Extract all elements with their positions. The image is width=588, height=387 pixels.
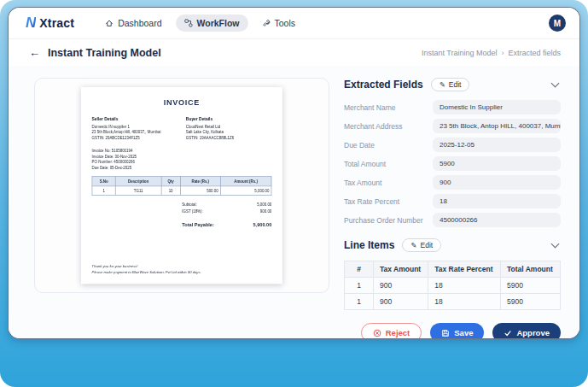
field-label: Merchant Address xyxy=(344,122,433,131)
reject-button[interactable]: Reject xyxy=(361,323,422,339)
document-preview-panel: INVOICE Seller Details Domestic IN suppl… xyxy=(34,78,329,293)
top-navigation-bar: N Xtract Dashboard WorkFlow xyxy=(9,8,579,39)
field-label: Merchant Name xyxy=(344,103,433,112)
line-item-cell: 900 xyxy=(374,294,428,310)
field-label: Due Date xyxy=(344,141,433,150)
tax-amount-field[interactable]: 900 xyxy=(433,175,561,190)
logo-text: Xtract xyxy=(39,16,74,30)
tax-value: 900.00 xyxy=(260,208,271,214)
invoice-meta-line: PO Number: 4500000266 xyxy=(92,159,272,165)
buyer-line: Salt Lake City, Kolkata xyxy=(186,129,271,135)
reject-circle-x-icon xyxy=(373,329,381,337)
approve-label: Approve xyxy=(516,328,550,337)
line-item-row: 1 900 18 5900 xyxy=(345,278,561,294)
buyer-line: GSTIN: 19AAAACC888L1Z6 xyxy=(186,135,271,141)
line-item-cell: 18 xyxy=(428,294,501,310)
page-header: ← Instant Training Model Instant Trainin… xyxy=(9,39,579,66)
invoice-document: INVOICE Seller Details Domestic IN suppl… xyxy=(81,87,282,284)
line-items-section: Line Items ✎ Edit # Tax Amount Tax xyxy=(344,238,561,310)
nav-tools[interactable]: Tools xyxy=(253,15,305,32)
line-items-table: # Tax Amount Tax Rate Percent Total Amou… xyxy=(344,261,561,310)
invoice-totals: Subtotal: 5,000.00 IGST (18%): 900.00 To… xyxy=(92,202,272,229)
merchant-address-field[interactable]: 23 5th Block, Antop HILL, 400037, Mumbai xyxy=(433,119,561,133)
breadcrumb: Instant Training Model › Extracted field… xyxy=(422,49,561,57)
invoice-meta: Invoice No: 5105800194 Invoice Date: 30-… xyxy=(92,148,272,170)
line-items-title: Line Items xyxy=(344,239,394,251)
line-items-col-header: Total Amount xyxy=(501,261,561,278)
extracted-fields-list: Merchant Name Domestic In Supplier Merch… xyxy=(344,100,561,227)
line-item-cell: 1 xyxy=(345,278,374,294)
edit-line-items-label: Edit xyxy=(420,241,433,249)
tax-rate-percent-field[interactable]: 18 xyxy=(433,194,561,208)
line-item-cell: 5900 xyxy=(501,294,561,310)
subtotal-value: 5,000.00 xyxy=(257,202,271,208)
line-items-header: Line Items ✎ Edit xyxy=(344,238,561,252)
invoice-cell: 5,000.00 xyxy=(220,186,271,196)
reject-label: Reject xyxy=(386,328,410,337)
action-buttons: Reject Save Approve xyxy=(344,323,561,339)
back-button[interactable]: ← xyxy=(29,47,40,58)
seller-heading: Seller Details xyxy=(92,115,178,121)
invoice-table-row: 1 TG11 10 500.00 5,000.00 xyxy=(92,186,271,196)
purchase-order-number-field[interactable]: 4500000266 xyxy=(433,213,561,227)
seller-line: 23 5th Block,Antop Hill, 400037,, Mumbai xyxy=(92,129,178,135)
dashboard-icon xyxy=(105,19,114,27)
app-logo: N Xtract xyxy=(26,15,74,32)
nav-dashboard[interactable]: Dashboard xyxy=(96,15,170,32)
total-payable-value: 5,900.00 xyxy=(253,221,272,228)
breadcrumb-parent[interactable]: Instant Training Model xyxy=(422,49,498,57)
breadcrumb-current: Extracted fields xyxy=(508,49,561,57)
edit-line-items-button[interactable]: ✎ Edit xyxy=(402,238,441,252)
invoice-col-header: Description xyxy=(115,177,161,186)
main-nav: Dashboard WorkFlow Tools xyxy=(96,15,304,32)
logo-icon: N xyxy=(26,15,36,32)
invoice-cell: 1 xyxy=(92,186,115,196)
invoice-total-payable: Total Payable: 5,900.00 xyxy=(182,221,271,228)
main-content: INVOICE Seller Details Domestic IN suppl… xyxy=(9,66,579,339)
save-label: Save xyxy=(454,328,473,337)
page-title: Instant Training Model xyxy=(48,47,161,59)
user-avatar[interactable]: M xyxy=(549,15,566,32)
invoice-footer-line: Please make payment to BlueWave Solution… xyxy=(92,270,272,276)
extracted-fields-panel: Extracted Fields ✎ Edit Merchant Name Do… xyxy=(344,78,561,339)
invoice-cell: TG11 xyxy=(115,186,161,196)
field-row: Purchase Order Number 4500000266 xyxy=(344,213,561,227)
invoice-col-header: Rate (Rs.) xyxy=(180,177,220,186)
invoice-title: INVOICE xyxy=(92,97,272,108)
field-label: Tax Rate Percent xyxy=(344,197,433,206)
invoice-parties: Seller Details Domestic IN supplier 1 23… xyxy=(92,115,272,140)
collapse-line-items-icon[interactable] xyxy=(551,239,560,248)
extracted-fields-title: Extracted Fields xyxy=(344,79,423,91)
line-item-cell: 1 xyxy=(345,294,374,310)
field-row: Total Amount 5900 xyxy=(344,156,561,171)
seller-details: Seller Details Domestic IN supplier 1 23… xyxy=(92,115,178,140)
seller-line: GSTIN: 29ABCDE1234F1Z5 xyxy=(92,135,178,141)
nav-workflow[interactable]: WorkFlow xyxy=(176,15,248,32)
collapse-fields-icon[interactable] xyxy=(551,79,560,87)
buyer-details: Buyer Details CloudNest Retail Ltd Salt … xyxy=(186,115,271,140)
workflow-icon xyxy=(184,19,193,27)
buyer-heading: Buyer Details xyxy=(186,115,271,121)
total-amount-field[interactable]: 5900 xyxy=(433,156,561,171)
tools-icon xyxy=(262,19,271,27)
save-button[interactable]: Save xyxy=(430,323,484,339)
edit-fields-button[interactable]: ✎ Edit xyxy=(431,78,470,91)
invoice-tax: IGST (18%): 900.00 xyxy=(182,208,271,214)
desktop-background: N Xtract Dashboard WorkFlow xyxy=(0,0,588,387)
merchant-name-field[interactable]: Domestic In Supplier xyxy=(433,100,561,114)
line-items-header-row: # Tax Amount Tax Rate Percent Total Amou… xyxy=(345,261,561,278)
approve-check-icon xyxy=(504,329,512,337)
edit-fields-label: Edit xyxy=(449,80,462,89)
tax-label: IGST (18%): xyxy=(182,208,202,214)
invoice-sheet: INVOICE Seller Details Domestic IN suppl… xyxy=(81,87,282,284)
invoice-meta-line: Invoice Date: 30-Nov-2025 xyxy=(92,154,272,160)
approve-button[interactable]: Approve xyxy=(492,323,561,339)
line-items-col-header: Tax Rate Percent xyxy=(428,261,501,278)
subtotal-label: Subtotal: xyxy=(182,202,196,208)
due-date-field[interactable]: 2025-12-05 xyxy=(433,138,561,152)
field-row: Due Date 2025-12-05 xyxy=(344,138,561,152)
pencil-icon: ✎ xyxy=(440,80,445,89)
pencil-icon: ✎ xyxy=(410,241,416,249)
field-label: Purchase Order Number xyxy=(344,216,433,225)
field-row: Merchant Address 23 5th Block, Antop HIL… xyxy=(344,119,561,133)
